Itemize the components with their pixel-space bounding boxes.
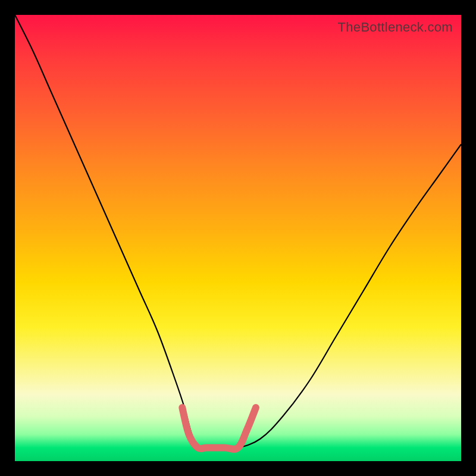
- black-curve: [15, 15, 461, 449]
- curves-svg: [15, 15, 461, 461]
- plot-area: TheBottleneck.com: [15, 15, 461, 461]
- chart-frame: TheBottleneck.com: [0, 0, 476, 476]
- pink-optimum-curve: [182, 408, 256, 449]
